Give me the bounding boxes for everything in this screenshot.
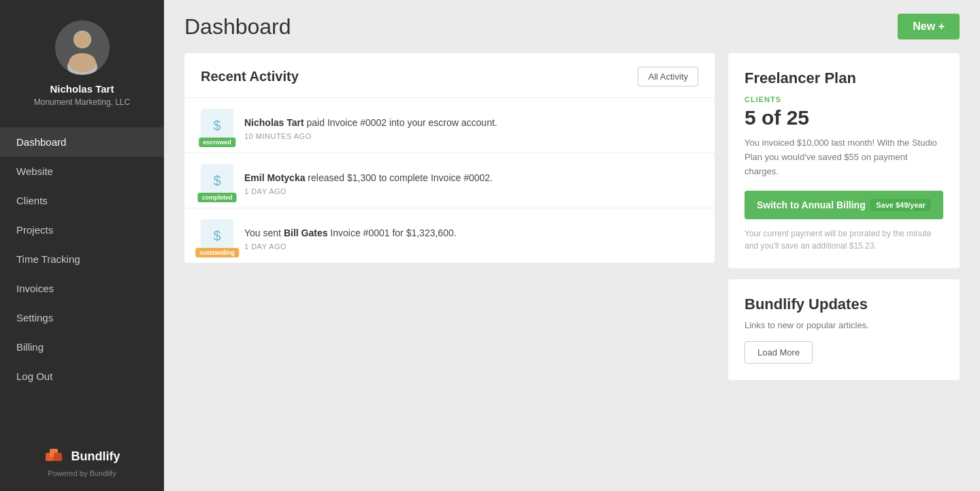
user-company: Monument Marketing, LLC <box>34 97 130 107</box>
plan-title: Freelancer Plan <box>745 69 943 87</box>
dollar-icon: $ <box>213 229 220 242</box>
right-column: Freelancer Plan CLIENTS 5 of 25 You invo… <box>728 53 960 471</box>
switch-billing-label: Switch to Annual Billing <box>757 200 866 210</box>
user-name: Nicholas Tart <box>50 83 114 95</box>
activity-item: $ escrowed Nicholas Tart paid Invoice #0… <box>184 97 715 153</box>
powered-by: Powered by Bundlify <box>48 469 116 477</box>
activity-title: Recent Activity <box>201 69 299 84</box>
sidebar-item-logout[interactable]: Log Out <box>0 362 164 391</box>
activity-icon-completed: $ completed <box>201 164 233 197</box>
user-profile: Nicholas Tart Monument Marketing, LLC <box>0 0 164 121</box>
activity-time-1: 10 MINUTES AGO <box>244 132 698 140</box>
plan-note: Your current payment will be prorated by… <box>745 227 943 252</box>
page-title: Dashboard <box>184 14 291 39</box>
activity-time-3: 1 DAY AGO <box>244 242 698 251</box>
plan-count: 5 of 25 <box>745 106 943 129</box>
sidebar-item-invoices[interactable]: Invoices <box>0 274 164 303</box>
badge-escrowed: escrowed <box>199 138 235 147</box>
updates-card: Bundlify Updates Links to new or popular… <box>728 279 960 380</box>
svg-rect-7 <box>54 453 62 461</box>
sidebar-item-website[interactable]: Website <box>0 157 164 186</box>
activity-icon-escrowed: $ escrowed <box>201 109 233 142</box>
load-more-button[interactable]: Load More <box>745 341 813 364</box>
activity-icon-outstanding: $ outstanding <box>201 219 233 252</box>
activity-text-1: Nicholas Tart paid Invoice #0002 into yo… <box>244 116 698 130</box>
sidebar-item-time-tracking[interactable]: Time Tracking <box>0 244 164 274</box>
updates-description: Links to new or popular articles. <box>745 320 943 330</box>
dollar-icon: $ <box>213 174 220 187</box>
sidebar-item-projects[interactable]: Projects <box>0 215 164 244</box>
activity-text-2: Emil Motycka released $1,300 to complete… <box>244 171 698 185</box>
activity-actor-1: Nicholas Tart <box>244 117 304 128</box>
activity-header: Recent Activity All Activity <box>184 53 715 97</box>
brand-name: Bundlify <box>71 449 120 464</box>
updates-title: Bundlify Updates <box>745 296 943 313</box>
activity-content-1: Nicholas Tart paid Invoice #0002 into yo… <box>244 116 698 140</box>
activity-item: $ completed Emil Motycka released $1,300… <box>184 153 715 208</box>
activity-item: $ outstanding You sent Bill Gates Invoic… <box>184 208 715 263</box>
sidebar-footer: Bundlify Powered by Bundlify <box>0 432 164 491</box>
plan-card: Freelancer Plan CLIENTS 5 of 25 You invo… <box>728 53 960 268</box>
svg-point-4 <box>69 53 96 72</box>
plan-description: You invoiced $10,000 last month! With th… <box>745 136 943 178</box>
sidebar-nav: Dashboard Website Clients Projects Time … <box>0 127 164 432</box>
activity-actor-3: Bill Gates <box>284 227 328 238</box>
activity-text-3: You sent Bill Gates Invoice #0001 for $1… <box>244 226 698 240</box>
badge-completed: completed <box>197 193 236 202</box>
recent-activity-card: Recent Activity All Activity $ escrowed … <box>184 53 715 263</box>
activity-time-2: 1 DAY AGO <box>244 187 698 195</box>
sidebar: Nicholas Tart Monument Marketing, LLC Da… <box>0 0 164 491</box>
activity-content-3: You sent Bill Gates Invoice #0001 for $1… <box>244 226 698 251</box>
badge-outstanding: outstanding <box>195 248 239 257</box>
save-badge: Save $49/year <box>870 199 931 211</box>
top-bar: Dashboard New + <box>164 0 980 46</box>
svg-point-3 <box>74 31 91 48</box>
new-button[interactable]: New + <box>898 14 960 39</box>
main-content: Dashboard New + Recent Activity All Acti… <box>164 0 980 491</box>
activity-actor-2: Emil Motycka <box>244 172 305 183</box>
all-activity-button[interactable]: All Activity <box>638 67 698 86</box>
brand-logo: Bundlify <box>44 446 120 466</box>
sidebar-item-billing[interactable]: Billing <box>0 332 164 362</box>
bundlify-icon <box>44 446 65 466</box>
switch-billing-button[interactable]: Switch to Annual Billing Save $49/year <box>745 191 943 219</box>
content-area: Recent Activity All Activity $ escrowed … <box>164 46 980 491</box>
sidebar-item-clients[interactable]: Clients <box>0 186 164 215</box>
dollar-icon: $ <box>213 118 220 132</box>
clients-label: CLIENTS <box>745 95 943 104</box>
sidebar-item-dashboard[interactable]: Dashboard <box>0 127 164 157</box>
sidebar-item-settings[interactable]: Settings <box>0 303 164 332</box>
activity-content-2: Emil Motycka released $1,300 to complete… <box>244 171 698 195</box>
avatar <box>55 20 110 75</box>
